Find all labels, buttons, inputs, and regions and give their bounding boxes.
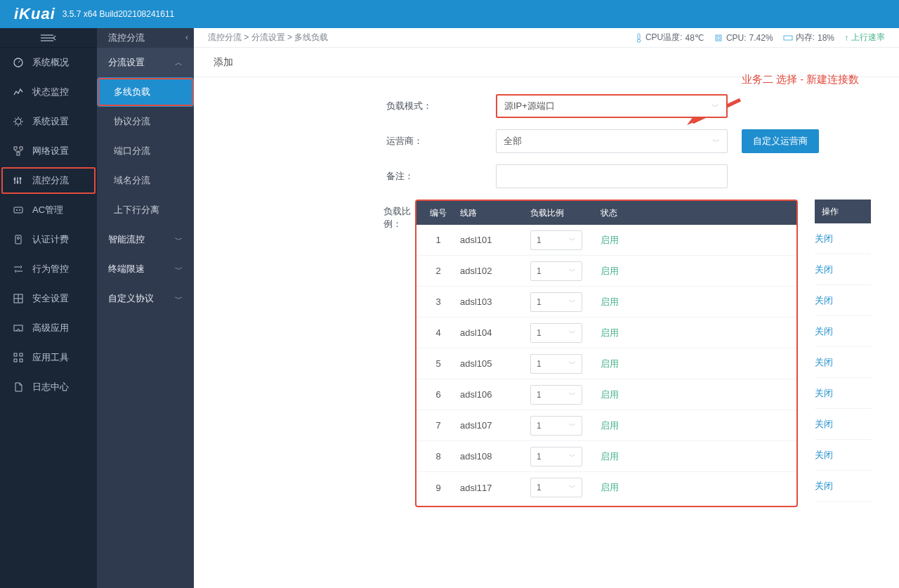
cell-status[interactable]: 启用 bbox=[601, 481, 643, 494]
svg-point-7 bbox=[20, 178, 22, 180]
nav-group-split-settings[interactable]: 分流设置 ︿ bbox=[97, 48, 194, 77]
ratio-select[interactable]: 1﹀ bbox=[530, 354, 582, 374]
chevron-down-icon: ﹀ bbox=[711, 101, 719, 112]
cell-status[interactable]: 启用 bbox=[601, 296, 643, 308]
sidebar-item-6[interactable]: 认证计费 bbox=[0, 225, 97, 254]
isp-label: 运营商： bbox=[383, 135, 496, 148]
nav-icon bbox=[13, 322, 24, 334]
close-link[interactable]: 关闭 bbox=[815, 325, 833, 338]
ratio-label: 负载比例： bbox=[383, 200, 415, 507]
sidebar-item-label: 高级应用 bbox=[32, 322, 69, 334]
sidebar-item-11[interactable]: 日志中心 bbox=[0, 372, 97, 402]
table-row: 9adsl1171﹀启用 bbox=[416, 472, 796, 503]
secondary-sidebar-title: 流控分流 bbox=[97, 28, 194, 48]
sidebar-item-3[interactable]: 网络设置 bbox=[0, 136, 97, 166]
op-row: 关闭 bbox=[815, 409, 871, 440]
cell-status[interactable]: 启用 bbox=[601, 327, 643, 339]
brand-logo: iKuai bbox=[14, 5, 55, 23]
sidebar-collapse-toggle[interactable] bbox=[0, 28, 97, 48]
close-link[interactable]: 关闭 bbox=[815, 356, 833, 369]
sidebar-item-10[interactable]: 应用工具 bbox=[0, 343, 97, 372]
ratio-select[interactable]: 1﹀ bbox=[530, 292, 582, 312]
cell-status[interactable]: 启用 bbox=[601, 265, 643, 277]
nav-group-smart-flow[interactable]: 智能流控 ﹀ bbox=[97, 225, 194, 254]
cell-status[interactable]: 启用 bbox=[601, 358, 643, 370]
ratio-select[interactable]: 1﹀ bbox=[530, 478, 582, 497]
chevron-up-icon: ︿ bbox=[175, 58, 183, 68]
close-link[interactable]: 关闭 bbox=[815, 294, 833, 307]
subnav-item-1[interactable]: 协议分流 bbox=[97, 107, 194, 136]
sidebar-item-8[interactable]: 安全设置 bbox=[0, 284, 97, 313]
cell-index: 9 bbox=[416, 483, 460, 493]
cell-index: 3 bbox=[416, 296, 460, 307]
isp-select[interactable]: 全部 ﹀ bbox=[496, 129, 728, 153]
table-row: 5adsl1051﹀启用 bbox=[416, 348, 796, 379]
cell-index: 8 bbox=[416, 451, 460, 462]
svg-rect-16 bbox=[14, 359, 17, 362]
close-link[interactable]: 关闭 bbox=[815, 480, 833, 492]
nav-group-custom-protocol[interactable]: 自定义协议 ﹀ bbox=[97, 284, 194, 313]
ratio-select[interactable]: 1﹀ bbox=[530, 323, 582, 343]
close-link[interactable]: 关闭 bbox=[815, 449, 833, 462]
cell-status[interactable]: 启用 bbox=[601, 419, 643, 432]
svg-rect-22 bbox=[717, 37, 720, 39]
svg-rect-23 bbox=[784, 36, 792, 40]
close-link[interactable]: 关闭 bbox=[815, 387, 833, 400]
table-header: 编号 线路 负载比例 状态 bbox=[416, 201, 796, 225]
cell-status[interactable]: 启用 bbox=[601, 388, 643, 401]
mode-select[interactable]: 源IP+源端口 ﹀ bbox=[496, 94, 728, 118]
breadcrumb-item[interactable]: 流控分流 bbox=[208, 32, 242, 42]
nav-group-label: 终端限速 bbox=[108, 263, 145, 275]
collapse-icon bbox=[39, 34, 58, 42]
memory-stat: 内存: 18% bbox=[783, 32, 834, 44]
subnav-item-2[interactable]: 端口分流 bbox=[97, 136, 194, 166]
breadcrumb-item[interactable]: 分流设置 bbox=[251, 32, 285, 42]
sidebar-item-label: 网络设置 bbox=[32, 145, 69, 157]
cell-status[interactable]: 启用 bbox=[601, 450, 643, 463]
svg-rect-3 bbox=[20, 147, 22, 150]
nav-group-label: 分流设置 bbox=[108, 56, 145, 69]
subnav-item-3[interactable]: 域名分流 bbox=[97, 166, 194, 195]
cell-line: adsl106 bbox=[460, 389, 530, 400]
secondary-collapse-icon[interactable]: ‹ bbox=[185, 32, 188, 42]
mode-select-value: 源IP+源端口 bbox=[504, 100, 555, 112]
memory-icon bbox=[783, 34, 793, 42]
op-row: 关闭 bbox=[815, 223, 871, 254]
sidebar-item-4[interactable]: 流控分流 bbox=[0, 166, 97, 195]
sidebar-item-7[interactable]: 行为管控 bbox=[0, 254, 97, 284]
nav-icon bbox=[13, 381, 24, 393]
sidebar-item-9[interactable]: 高级应用 bbox=[0, 313, 97, 343]
uplink-stat: ↑ 上行速率 bbox=[844, 32, 885, 44]
cell-line: adsl101 bbox=[460, 235, 530, 245]
chevron-down-icon: ﹀ bbox=[569, 297, 576, 307]
cell-status[interactable]: 启用 bbox=[601, 234, 643, 247]
svg-rect-18 bbox=[20, 359, 22, 362]
status-stats: CPU温度: 48℃ CPU: 7.42% 内存: 18% ↑ 上行速率 bbox=[636, 32, 885, 44]
chevron-down-icon: ﹀ bbox=[569, 235, 576, 245]
ratio-select[interactable]: 1﹀ bbox=[530, 385, 582, 405]
sidebar-item-1[interactable]: 状态监控 bbox=[0, 77, 97, 107]
mode-label: 负载模式： bbox=[383, 100, 496, 112]
form-row-isp: 运营商： 全部 ﹀ 自定义运营商 bbox=[383, 129, 871, 153]
ratio-select[interactable]: 1﹀ bbox=[530, 416, 582, 436]
ratio-select[interactable]: 1﹀ bbox=[530, 261, 582, 281]
close-link[interactable]: 关闭 bbox=[815, 418, 833, 431]
nav-group-terminal-limit[interactable]: 终端限速 ﹀ bbox=[97, 254, 194, 284]
sidebar-item-0[interactable]: 系统概况 bbox=[0, 48, 97, 77]
close-link[interactable]: 关闭 bbox=[815, 263, 833, 276]
sidebar-item-5[interactable]: AC管理 bbox=[0, 195, 97, 225]
th-line: 线路 bbox=[460, 207, 530, 219]
breadcrumb-item: 多线负载 bbox=[294, 32, 328, 42]
subnav-item-4[interactable]: 上下行分离 bbox=[97, 195, 194, 225]
chevron-down-icon: ﹀ bbox=[175, 294, 183, 304]
svg-point-12 bbox=[18, 237, 20, 240]
close-link[interactable]: 关闭 bbox=[815, 233, 833, 245]
subnav-item-0[interactable]: 多线负载 bbox=[97, 77, 194, 107]
custom-isp-button[interactable]: 自定义运营商 bbox=[742, 129, 819, 153]
ratio-select[interactable]: 1﹀ bbox=[530, 230, 582, 250]
svg-rect-4 bbox=[17, 152, 20, 155]
ratio-select[interactable]: 1﹀ bbox=[530, 447, 582, 466]
remark-input[interactable] bbox=[496, 164, 728, 188]
isp-select-value: 全部 bbox=[504, 135, 522, 148]
sidebar-item-2[interactable]: 系统设置 bbox=[0, 107, 97, 136]
